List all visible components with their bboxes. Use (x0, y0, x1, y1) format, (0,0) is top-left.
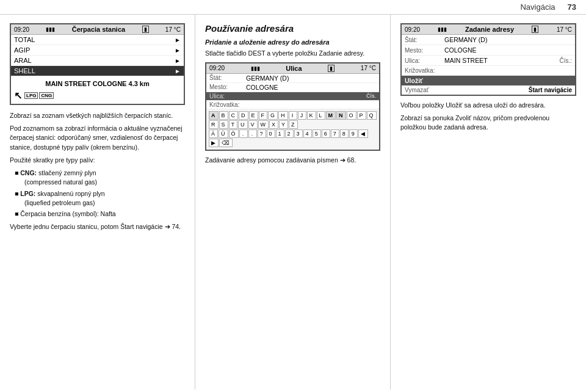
screen1-battery: ▮ (142, 26, 149, 33)
cislo-label: Čís. (366, 93, 376, 99)
right-para1: Voľbou položky Uložiť sa adresa uloží do… (400, 101, 576, 110)
key-right[interactable]: ▶ (209, 139, 219, 147)
key-E[interactable]: E (249, 111, 258, 120)
key-D[interactable]: D (239, 111, 248, 120)
station-map-row: ↖ LPG CNG (14, 90, 54, 101)
address-entry-screen: 09:20 ▮▮▮ Zadanie adresy ▮ 17 °C Štát: G… (400, 23, 576, 96)
screen1-title: Čerpacia stanica (72, 26, 125, 33)
left-para2: Pod zoznamom sa zobrazí informácia o akt… (10, 124, 185, 152)
key-K[interactable]: K (307, 111, 316, 120)
key-X[interactable]: X (269, 120, 278, 129)
entry-ulica: Ulica: MAIN STREET Čís.: (402, 56, 575, 66)
addr-field-mesto: Mesto: COLOGNE (206, 83, 379, 92)
key-V[interactable]: V (248, 120, 258, 129)
station-info-area: MAIN STREET COLOGNE 4.3 km ↖ LPG CNG (11, 76, 184, 104)
key-J[interactable]: J (298, 111, 306, 120)
addr-field-staat: Štát: GERMANY (D) (206, 74, 379, 83)
station-name-total: TOTAL (14, 36, 35, 43)
keyboard-special-row: Ä Ü Ö . . ? 0 1 2 3 4 5 6 7 8 9 ◀ (209, 129, 377, 147)
key-L[interactable]: L (317, 111, 325, 120)
key-S[interactable]: S (219, 120, 228, 129)
key-A[interactable]: A (209, 111, 219, 120)
key-oe[interactable]: Ö (229, 129, 239, 138)
key-M[interactable]: M (326, 111, 336, 120)
entry-ulica-label: Ulica: (405, 57, 444, 64)
key-N[interactable]: N (336, 111, 346, 120)
arrow-shell: ► (175, 68, 181, 74)
staat-value: GERMANY (D) (246, 74, 289, 82)
section-subtitle: Pridanie a uloženie adresy do adresára (205, 38, 380, 46)
mid-desc: Stlačte tlačidlo DEST a vyberte položku … (205, 49, 380, 58)
key-Y[interactable]: Y (279, 120, 288, 129)
key-T[interactable]: T (229, 120, 238, 129)
key-1[interactable]: 1 (276, 129, 284, 138)
addr-field-ulica[interactable]: Ulica: Čís. (206, 92, 379, 101)
screen1-signal: ▮▮▮ (46, 26, 55, 32)
ulozit-label: Uložiť (405, 77, 423, 84)
start-nav-button[interactable]: Štart navigácie (529, 87, 572, 93)
key-W[interactable]: W (258, 120, 269, 129)
screen3-time: 09:20 (405, 26, 420, 33)
key-I[interactable]: I (289, 111, 297, 120)
left-column: 09:20 ▮▮▮ Čerpacia stanica ▮ 17 °C TOTAL… (0, 15, 195, 390)
key-7[interactable]: 7 (331, 129, 339, 138)
right-column: 09:20 ▮▮▮ Zadanie adresy ▮ 17 °C Štát: G… (391, 15, 586, 390)
address-keyboard-screen: 09:20 ▮▮▮ Ulica ▮ 17 °C Štát: GERMANY (D… (205, 62, 380, 151)
key-U[interactable]: U (238, 120, 248, 129)
key-O[interactable]: O (347, 111, 356, 120)
key-G[interactable]: G (268, 111, 278, 120)
key-P[interactable]: P (357, 111, 366, 120)
key-R[interactable]: R (209, 120, 219, 129)
station-row-shell[interactable]: SHELL ► (11, 66, 184, 76)
mid-section-desc: Stlačte tlačidlo DEST a vyberte položku … (205, 49, 380, 58)
station-name-shell: SHELL (14, 67, 35, 74)
ulica-label: Ulica: (209, 93, 246, 100)
bullet-cng-sub: (compressed natural gas) (24, 178, 185, 187)
screen2-temp: 17 °C (361, 65, 376, 71)
key-8[interactable]: 8 (340, 129, 349, 138)
mesto-label: Mesto: (209, 84, 246, 90)
station-row-total[interactable]: TOTAL ► (11, 35, 184, 45)
key-B[interactable]: B (219, 111, 228, 120)
mesto-value: COLOGNE (246, 84, 278, 91)
key-F[interactable]: F (259, 111, 268, 120)
entry-cislo-label: Čís.: (559, 57, 572, 64)
key-dot[interactable]: . (239, 129, 248, 138)
ulozit-button[interactable]: Uložiť (402, 76, 575, 85)
screen1-time: 09:20 (14, 26, 29, 33)
screen3-signal: ▮▮▮ (438, 26, 447, 32)
key-5[interactable]: 5 (313, 129, 321, 138)
station-name-line: MAIN STREET COLOGNE 4.3 km (14, 79, 181, 89)
mid-caption: Zadávanie adresy pomocou zadávania písme… (205, 156, 380, 165)
key-ae[interactable]: Ä (209, 129, 218, 138)
entry-staat-label: Štát: (405, 37, 444, 43)
key-4[interactable]: 4 (303, 129, 312, 138)
addr-field-krizovka: Križovatka: (206, 101, 379, 109)
mid-column: Používanie adresára Pridanie a uloženie … (195, 15, 391, 390)
station-row-aral[interactable]: ARAL ► (11, 56, 184, 66)
key-2[interactable]: 2 (285, 129, 294, 138)
page-number: 73 (568, 2, 576, 12)
entry-ulica-value: MAIN STREET (444, 57, 488, 64)
key-Q[interactable]: Q (367, 111, 377, 120)
action-buttons-row: Vymazať Štart navigácie (402, 85, 575, 95)
bullet-lpg-sub: (liquefied petroleum gas) (24, 198, 185, 208)
vymazat-button[interactable]: Vymazať (405, 87, 429, 93)
station-list-screen: 09:20 ▮▮▮ Čerpacia stanica ▮ 17 °C TOTAL… (10, 23, 185, 105)
key-question[interactable]: ? (258, 129, 266, 138)
lpg-badge: LPG (24, 92, 38, 99)
key-ue[interactable]: Ü (219, 129, 228, 138)
key-C[interactable]: C (229, 111, 239, 120)
screen3-battery: ▮ (532, 26, 538, 33)
key-6[interactable]: 6 (322, 129, 330, 138)
key-9[interactable]: 9 (349, 129, 358, 138)
station-row-agip[interactable]: AGIP ► (11, 45, 184, 56)
key-dot2[interactable]: . (248, 129, 257, 138)
key-0[interactable]: 0 (267, 129, 275, 138)
key-left[interactable]: ◀ (358, 129, 368, 138)
arrow-aral: ► (175, 57, 181, 64)
key-backspace[interactable]: ⌫ (219, 139, 233, 147)
key-Z[interactable]: Z (289, 120, 298, 129)
key-H[interactable]: H (278, 111, 288, 120)
key-3[interactable]: 3 (294, 129, 303, 138)
